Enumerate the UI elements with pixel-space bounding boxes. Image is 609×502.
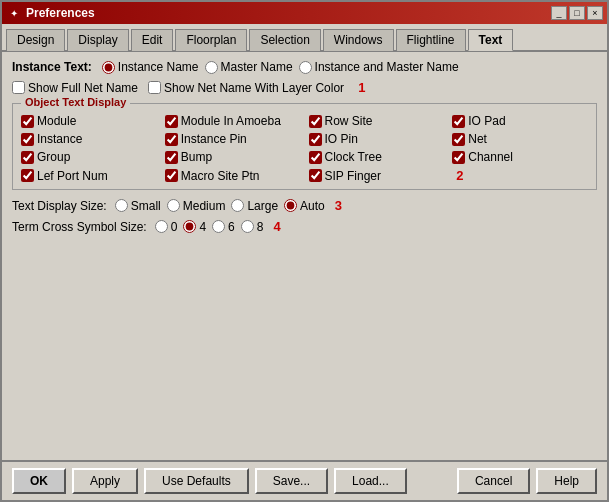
term-cross-label: Term Cross Symbol Size: <box>12 220 147 234</box>
annotation-1: 1 <box>358 80 365 95</box>
checkbox-group[interactable]: Group <box>21 150 157 164</box>
checkbox-instance[interactable]: Instance <box>21 132 157 146</box>
show-options-row: Show Full Net Name Show Net Name With La… <box>12 80 597 95</box>
help-button[interactable]: Help <box>536 468 597 494</box>
checkbox-grid: Module Module In Amoeba Row Site IO Pad … <box>21 114 588 183</box>
titlebar-buttons: _ □ × <box>551 6 603 20</box>
window-icon: ✦ <box>6 5 22 21</box>
main-content: Instance Text: Instance Name Master Name… <box>2 52 607 460</box>
annotation-3: 3 <box>335 198 342 213</box>
titlebar: ✦ Preferences _ □ × <box>2 2 607 24</box>
tab-edit[interactable]: Edit <box>131 29 174 51</box>
tab-floorplan[interactable]: Floorplan <box>175 29 247 51</box>
tab-text[interactable]: Text <box>468 29 514 51</box>
radio-auto[interactable]: Auto <box>284 199 325 213</box>
footer: OK Apply Use Defaults Save... Load... Ca… <box>2 460 607 500</box>
text-display-size-row: Text Display Size: Small Medium Large Au… <box>12 198 597 213</box>
checkbox-lef-port-num[interactable]: Lef Port Num <box>21 168 157 183</box>
checkbox-show-full-net-name[interactable]: Show Full Net Name <box>12 81 138 95</box>
checkbox-show-net-name-layer[interactable]: Show Net Name With Layer Color <box>148 81 344 95</box>
apply-button[interactable]: Apply <box>72 468 138 494</box>
tab-windows[interactable]: Windows <box>323 29 394 51</box>
load-button[interactable]: Load... <box>334 468 407 494</box>
object-text-display-box: Object Text Display Module Module In Amo… <box>12 103 597 190</box>
instance-text-label: Instance Text: <box>12 60 92 74</box>
tab-design[interactable]: Design <box>6 29 65 51</box>
preferences-window: ✦ Preferences _ □ × Design Display Edit … <box>0 0 609 502</box>
tabs-bar: Design Display Edit Floorplan Selection … <box>2 24 607 52</box>
tab-selection[interactable]: Selection <box>249 29 320 51</box>
checkbox-module[interactable]: Module <box>21 114 157 128</box>
radio-term-4[interactable]: 4 <box>183 220 206 234</box>
radio-medium[interactable]: Medium <box>167 199 226 213</box>
checkbox-sip-finger[interactable]: SIP Finger <box>309 168 445 183</box>
text-display-size-label: Text Display Size: <box>12 199 107 213</box>
radio-master-name[interactable]: Master Name <box>205 60 293 74</box>
radio-term-8[interactable]: 8 <box>241 220 264 234</box>
checkbox-macro-site-ptn[interactable]: Macro Site Ptn <box>165 168 301 183</box>
tab-display[interactable]: Display <box>67 29 128 51</box>
radio-instance-master-name[interactable]: Instance and Master Name <box>299 60 459 74</box>
radio-large[interactable]: Large <box>231 199 278 213</box>
maximize-button[interactable]: □ <box>569 6 585 20</box>
object-text-display-title: Object Text Display <box>21 96 130 108</box>
term-cross-symbol-row: Term Cross Symbol Size: 0 4 6 8 4 <box>12 219 597 234</box>
checkbox-io-pin[interactable]: IO Pin <box>309 132 445 146</box>
radio-term-0[interactable]: 0 <box>155 220 178 234</box>
cancel-button[interactable]: Cancel <box>457 468 530 494</box>
checkbox-clock-tree[interactable]: Clock Tree <box>309 150 445 164</box>
checkbox-net[interactable]: Net <box>452 132 588 146</box>
save-button[interactable]: Save... <box>255 468 328 494</box>
checkbox-row-site[interactable]: Row Site <box>309 114 445 128</box>
checkbox-bump[interactable]: Bump <box>165 150 301 164</box>
tab-flightline[interactable]: Flightline <box>396 29 466 51</box>
annotation-2: 2 <box>456 168 588 183</box>
radio-term-6[interactable]: 6 <box>212 220 235 234</box>
annotation-4: 4 <box>273 219 280 234</box>
instance-text-row: Instance Text: Instance Name Master Name… <box>12 60 597 74</box>
checkbox-channel[interactable]: Channel <box>452 150 588 164</box>
close-button[interactable]: × <box>587 6 603 20</box>
radio-small[interactable]: Small <box>115 199 161 213</box>
checkbox-module-in-amoeba[interactable]: Module In Amoeba <box>165 114 301 128</box>
use-defaults-button[interactable]: Use Defaults <box>144 468 249 494</box>
radio-instance-name[interactable]: Instance Name <box>102 60 199 74</box>
ok-button[interactable]: OK <box>12 468 66 494</box>
checkbox-instance-pin[interactable]: Instance Pin <box>165 132 301 146</box>
minimize-button[interactable]: _ <box>551 6 567 20</box>
checkbox-io-pad[interactable]: IO Pad <box>452 114 588 128</box>
window-title: Preferences <box>26 6 551 20</box>
